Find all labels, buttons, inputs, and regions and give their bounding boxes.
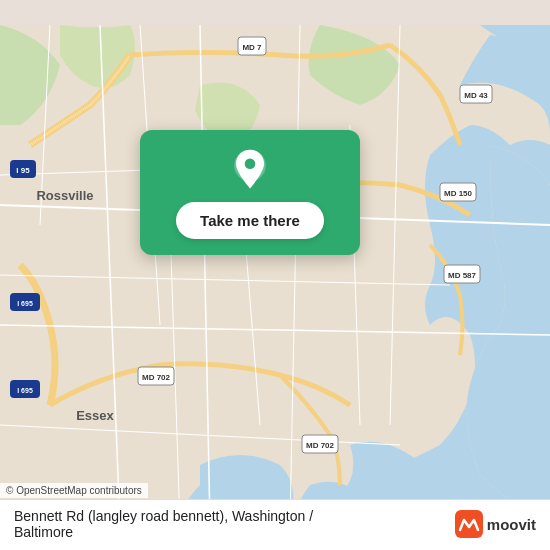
svg-text:MD 587: MD 587 <box>448 271 477 280</box>
location-pin-icon <box>228 148 272 192</box>
svg-text:Rossville: Rossville <box>36 188 93 203</box>
svg-point-37 <box>245 159 256 170</box>
location-line2: Baltimore <box>14 524 73 540</box>
green-card: Take me there <box>140 130 360 255</box>
svg-text:MD 702: MD 702 <box>306 441 335 450</box>
copyright-bar: © OpenStreetMap contributors <box>0 483 148 498</box>
svg-text:MD 7: MD 7 <box>242 43 262 52</box>
svg-text:MD 702: MD 702 <box>142 373 171 382</box>
svg-text:MD 150: MD 150 <box>444 189 473 198</box>
map-background: I 95 I 695 I 695 MD 7 MD 43 MD 150 MD 58… <box>0 0 550 550</box>
take-me-there-button[interactable]: Take me there <box>176 202 324 239</box>
svg-text:I 695: I 695 <box>17 300 33 307</box>
take-me-there-overlay: Take me there <box>140 130 360 255</box>
location-info: Bennett Rd (langley road bennett), Washi… <box>14 508 455 540</box>
moovit-logo: moovit <box>455 510 536 538</box>
bottom-bar: Bennett Rd (langley road bennett), Washi… <box>0 499 550 550</box>
svg-text:MD 43: MD 43 <box>464 91 488 100</box>
copyright-text: © OpenStreetMap contributors <box>6 485 142 496</box>
map-container: I 95 I 695 I 695 MD 7 MD 43 MD 150 MD 58… <box>0 0 550 550</box>
moovit-text: moovit <box>487 516 536 533</box>
moovit-logo-icon <box>455 510 483 538</box>
svg-text:Essex: Essex <box>76 408 114 423</box>
svg-text:I 95: I 95 <box>16 166 30 175</box>
svg-rect-38 <box>455 510 483 538</box>
location-line1: Bennett Rd (langley road bennett), Washi… <box>14 508 313 524</box>
svg-text:I 695: I 695 <box>17 387 33 394</box>
